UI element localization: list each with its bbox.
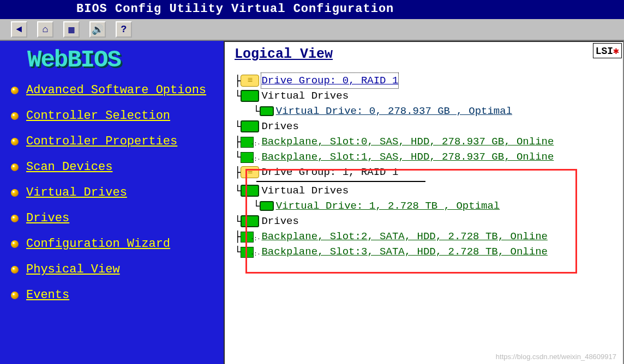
sidebar-item-drives[interactable]: Drives	[26, 211, 69, 225]
sidebar-item-advanced-software-options[interactable]: Advanced Software Options	[26, 83, 206, 97]
sound-icon[interactable]: 🔊	[89, 21, 106, 38]
sidebar-item-physical-view[interactable]: Physical View	[26, 263, 120, 276]
tree-virtual-drives-header: Virtual Drives	[261, 88, 349, 104]
bullet-icon	[11, 240, 19, 248]
webbios-logo: WebBIOS	[27, 46, 216, 74]
physical-drive-icon	[241, 230, 259, 242]
drives-icon	[241, 215, 259, 227]
tree-drives-header: Drives	[261, 214, 298, 229]
sidebar-item-scan-devices[interactable]: Scan Devices	[26, 160, 112, 174]
bullet-icon	[11, 266, 19, 274]
drive-group-icon	[241, 75, 259, 87]
help-icon[interactable]: ?	[116, 21, 132, 38]
logical-view-panel: LSI✱ Logical View ├ Drive Group: 0, RAID…	[224, 41, 624, 364]
physical-drive-icon	[241, 246, 259, 258]
virtual-drive-icon	[260, 201, 274, 211]
bullet-icon	[11, 215, 19, 222]
tree-drives-header: Drives	[261, 119, 298, 134]
drive-tree: ├ Drive Group: 0, RAID 1 └ Virtual Drive…	[235, 73, 616, 259]
tree-drive-group-1[interactable]: Drive Group: 1, RAID 1	[261, 165, 398, 180]
tree-virtual-drive-1[interactable]: Virtual Drive: 1, 2.728 TB , Optimal	[276, 198, 500, 214]
sidebar-item-controller-properties[interactable]: Controller Properties	[26, 135, 177, 148]
virtual-drives-icon	[241, 185, 259, 197]
tree-virtual-drive-0[interactable]: Virtual Drive: 0, 278.937 GB , Optimal	[276, 104, 512, 119]
tree-physical-drive-slot1[interactable]: Backplane, Slot:1, SAS, HDD, 278.937 GB,…	[261, 149, 554, 165]
bullet-icon	[11, 189, 19, 197]
sidebar: WebBIOS Advanced Software Options Contro…	[0, 41, 224, 364]
home-icon[interactable]: ⌂	[37, 21, 53, 38]
sidebar-item-controller-selection[interactable]: Controller Selection	[26, 109, 170, 123]
virtual-drive-icon	[260, 106, 274, 116]
bullet-icon	[11, 87, 19, 94]
tree-virtual-drives-header: Virtual Drives	[261, 183, 349, 198]
bullet-icon	[11, 138, 19, 145]
tree-physical-drive-slot2[interactable]: Backplane, Slot:2, SATA, HDD, 2.728 TB, …	[261, 229, 548, 244]
tree-physical-drive-slot3[interactable]: Backplane, Slot:3, SATA, HDD, 2.728 TB, …	[261, 244, 548, 259]
window-title: BIOS Config Utility Virtual Configuratio…	[0, 0, 624, 19]
physical-drive-icon	[241, 151, 259, 163]
virtual-drives-icon	[241, 90, 259, 102]
bullet-icon	[11, 292, 19, 299]
drives-icon	[241, 120, 259, 132]
sidebar-item-virtual-drives[interactable]: Virtual Drives	[26, 186, 127, 199]
watermark: https://blog.csdn.net/weixin_48609917	[496, 353, 616, 361]
back-icon[interactable]: ◄	[11, 21, 27, 38]
window-settings-icon[interactable]: ▦	[63, 21, 80, 38]
panel-title: Logical View	[235, 46, 616, 62]
sidebar-item-events[interactable]: Events	[26, 288, 69, 302]
lsi-logo: LSI✱	[593, 43, 622, 58]
toolbar: ◄ ⌂ ▦ 🔊 ?	[0, 19, 624, 41]
physical-drive-icon	[241, 136, 259, 148]
drive-group-icon	[241, 166, 259, 178]
bullet-icon	[11, 163, 19, 171]
sidebar-item-configuration-wizard[interactable]: Configuration Wizard	[26, 237, 170, 251]
divider	[256, 181, 425, 182]
tree-drive-group-0[interactable]: Drive Group: 0, RAID 1	[261, 73, 398, 88]
tree-physical-drive-slot0[interactable]: Backplane, Slot:0, SAS, HDD, 278.937 GB,…	[261, 134, 554, 149]
bullet-icon	[11, 112, 19, 120]
